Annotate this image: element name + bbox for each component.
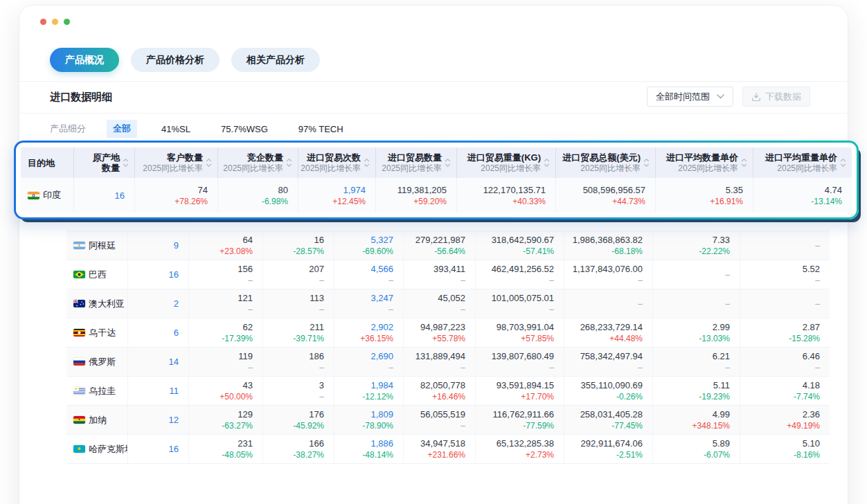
change-value: – (248, 304, 253, 315)
cell-destination: 印度 (21, 178, 74, 213)
column-header-trade-count[interactable]: 进口贸易次数2025同比增长率 (298, 147, 376, 178)
table-row[interactable]: 巴西16156–207–4,566–393,411–462,491,256.52… (66, 260, 830, 289)
sort-icon[interactable] (643, 158, 650, 168)
filter-option-3[interactable]: 75.7%WSG (215, 121, 274, 137)
change-value: – (638, 298, 643, 309)
cell-origin-count: 16 (128, 260, 189, 289)
column-header-trade-weight-kg[interactable]: 进口贸易重量(KG)2025同比增长率 (457, 147, 556, 178)
maximize-button[interactable] (64, 19, 70, 25)
value: 6.21 (713, 350, 730, 362)
cell-trade-quantity: 82,050,778+16.46% (404, 377, 476, 405)
change-value: – (319, 391, 324, 402)
table-row[interactable]: 俄罗斯14119–186–2,690–131,889,494–139,807,6… (66, 348, 830, 377)
value: 4,566 (370, 263, 393, 275)
filter-option-4[interactable]: 97% TECH (292, 121, 350, 137)
column-header-avg-quantity-price[interactable]: 进口平均数量单价2025同比增长率 (656, 147, 753, 178)
value: 119 (238, 350, 253, 362)
change-value: +57.85% (521, 333, 554, 344)
value: 5.52 (803, 263, 820, 275)
cell-avg-quantity-price: 5.11-19.23% (653, 377, 740, 405)
table-row[interactable]: 阿根廷964+23.08%16-28.57%5,327-69.60%279,22… (66, 231, 830, 260)
change-value: +36.15% (360, 333, 393, 344)
column-header-text: 进口平均重量单价2025同比增长率 (765, 152, 837, 174)
cell-competitor-count: 176-45.92% (263, 406, 334, 434)
flag-icon-kz (73, 445, 85, 453)
cell-trade-quantity: 393,411– (404, 260, 476, 289)
sort-icon[interactable] (206, 158, 212, 168)
filter-option-1[interactable]: 全部 (107, 120, 137, 138)
table-row[interactable]: 印度1674+78.26%80-6.98%1,974+12.45%119,381… (21, 178, 852, 213)
table-row[interactable]: 乌拉圭1143+50.00%3–1,984-12.12%82,050,778+1… (66, 377, 830, 406)
sort-icon[interactable] (741, 158, 747, 168)
column-header-trade-amount-usd[interactable]: 进口贸易总额(美元)2025同比增长率 (556, 147, 656, 178)
table-row[interactable]: 加纳12129-63.27%176-45.92%1,809-78.90%56,0… (66, 406, 830, 435)
cell-trade-weight-kg: 462,491,256.52– (476, 260, 564, 289)
value: 393,411 (434, 263, 465, 275)
cell-trade-weight-kg: 116,762,911.66-77.59% (476, 406, 564, 434)
tab-3[interactable]: 相关产品分析 (231, 48, 320, 72)
cell-avg-quantity-price: – (653, 260, 740, 289)
cell-customer-count: 43+50.00% (189, 377, 263, 405)
value: 156 (238, 263, 253, 275)
value: 62 (243, 321, 253, 333)
column-header-text: 竞企数量2025同比增长率 (223, 152, 283, 174)
column-header-avg-weight-price[interactable]: 进口平均重量单价2025同比增长率 (753, 147, 852, 178)
value: 34,947,518 (420, 438, 465, 449)
tab-1[interactable]: 产品概况 (50, 48, 119, 72)
column-subtitle: 2025同比增长率 (467, 163, 541, 174)
cell-customer-count: 62-17.39% (189, 318, 263, 347)
table-row[interactable]: 澳大利亚2121–113–3,247–45,052–101,005,075.01… (66, 289, 830, 318)
sort-icon[interactable] (364, 158, 370, 168)
column-header-text: 目的地 (28, 158, 55, 168)
cell-origin-count: 14 (128, 348, 189, 376)
change-value: -48.14% (362, 449, 393, 460)
column-subtitle: 2025同比增长率 (382, 163, 442, 174)
value: 113 (310, 292, 324, 304)
sort-icon[interactable] (123, 158, 129, 168)
tab-bar: 产品概况产品价格分析相关产品分析 (50, 48, 320, 72)
column-header-origin-count[interactable]: 原产地数量 (74, 147, 135, 178)
origin-count-value: 2 (174, 298, 179, 309)
origin-count-value: 6 (174, 327, 179, 338)
value: 80 (278, 184, 288, 196)
sort-icon[interactable] (445, 158, 451, 168)
country-name: 印度 (43, 189, 61, 201)
sort-icon[interactable] (286, 158, 292, 168)
value: 5.11 (713, 379, 730, 391)
value: 5,327 (370, 234, 393, 246)
change-value: – (725, 362, 730, 373)
cell-trade-weight-kg: 98,703,991.04+57.85% (476, 318, 564, 347)
filter-option-2[interactable]: 41%SL (155, 121, 197, 137)
cell-trade-quantity: 131,889,494– (404, 348, 476, 376)
column-subtitle: 2025同比增长率 (223, 163, 283, 174)
value: 292,911,674.06 (581, 438, 643, 449)
close-button[interactable] (40, 19, 46, 25)
cell-avg-quantity-price: 2.99-13.03% (653, 318, 740, 347)
sort-icon[interactable] (544, 158, 550, 168)
value: 2,902 (370, 321, 393, 333)
time-range-select[interactable]: 全部时间范围 (647, 87, 733, 107)
change-value: +16.46% (432, 391, 465, 402)
divider (19, 113, 848, 114)
cell-trade-amount-usd: 508,596,956.57+44.73% (556, 178, 656, 213)
value: 3 (319, 379, 324, 391)
change-value: -28.57% (293, 246, 324, 257)
column-header-trade-quantity[interactable]: 进口贸易数量2025同比增长率 (376, 147, 457, 178)
cell-trade-count: 2,690– (334, 348, 404, 376)
table-row[interactable]: 乌干达662-17.39%211-39.71%2,902+36.15%94,98… (66, 318, 830, 348)
value: 98,703,991.04 (497, 321, 554, 333)
change-value: -38.27% (293, 449, 324, 460)
value: 74 (198, 184, 208, 196)
tab-2[interactable]: 产品价格分析 (131, 48, 220, 72)
sort-icon[interactable] (840, 158, 846, 168)
minimize-button[interactable] (52, 19, 58, 25)
column-header-text: 进口贸易重量(KG)2025同比增长率 (467, 152, 541, 174)
value: 508,596,956.57 (583, 184, 645, 196)
value: 3,247 (370, 292, 393, 304)
column-header-customer-count[interactable]: 客户数量2025同比增长率 (135, 147, 218, 178)
download-button[interactable]: 下载数据 (742, 87, 810, 107)
column-header-competitor-count[interactable]: 竞企数量2025同比增长率 (218, 147, 298, 178)
cell-avg-quantity-price: 7.33-22.22% (653, 231, 740, 260)
cell-trade-amount-usd: – (564, 289, 653, 318)
table-row[interactable]: 哈萨克斯坦16231-48.05%166-38.27%1,886-48.14%3… (66, 435, 830, 464)
